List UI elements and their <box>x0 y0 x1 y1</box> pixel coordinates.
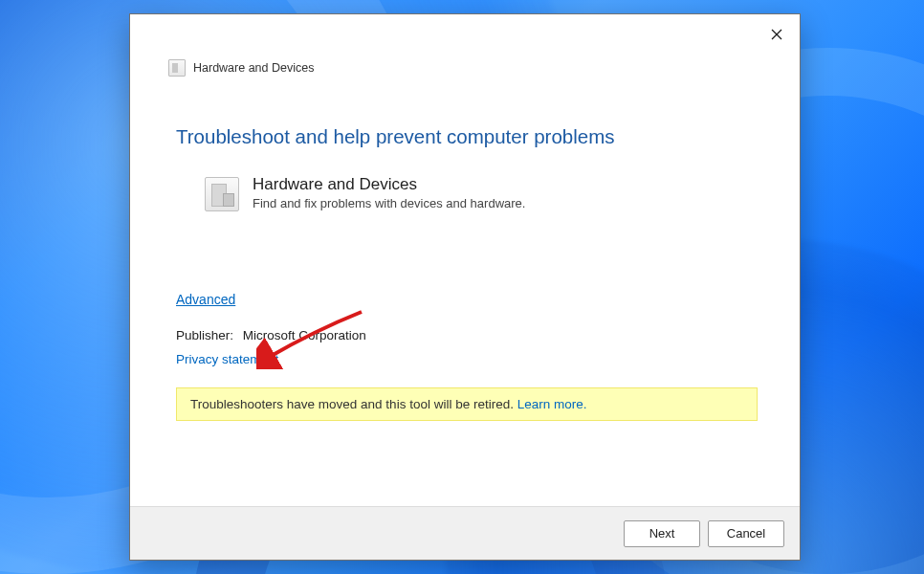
publisher-label: Publisher: <box>176 328 233 342</box>
close-button[interactable] <box>759 20 794 49</box>
troubleshooter-description: Find and fix problems with devices and h… <box>253 196 525 210</box>
publisher-name: Microsoft Corporation <box>243 328 366 342</box>
close-icon <box>771 29 782 40</box>
window-header: Hardware and Devices <box>130 56 800 79</box>
device-icon <box>205 177 239 211</box>
next-button[interactable]: Next <box>624 520 700 547</box>
dialog-content: Troubleshoot and help prevent computer p… <box>130 79 800 506</box>
learn-more-link[interactable]: Learn more. <box>517 397 587 411</box>
window-title: Hardware and Devices <box>193 61 314 75</box>
dialog-footer: Next Cancel <box>130 506 800 560</box>
advanced-link[interactable]: Advanced <box>176 292 235 307</box>
notice-text: Troubleshooters have moved and this tool… <box>190 397 517 411</box>
titlebar <box>130 14 800 56</box>
main-heading: Troubleshoot and help prevent computer p… <box>176 125 761 148</box>
troubleshooter-title: Hardware and Devices <box>253 175 525 194</box>
privacy-statement-link[interactable]: Privacy statement <box>176 352 278 366</box>
cancel-button[interactable]: Cancel <box>708 520 784 547</box>
deprecation-notice: Troubleshooters have moved and this tool… <box>176 387 758 421</box>
troubleshooter-item: Hardware and Devices Find and fix proble… <box>176 175 761 211</box>
hardware-icon <box>168 59 186 77</box>
troubleshooter-dialog: Hardware and Devices Troubleshoot and he… <box>129 13 801 561</box>
publisher-row: Publisher: Microsoft Corporation <box>176 328 366 342</box>
